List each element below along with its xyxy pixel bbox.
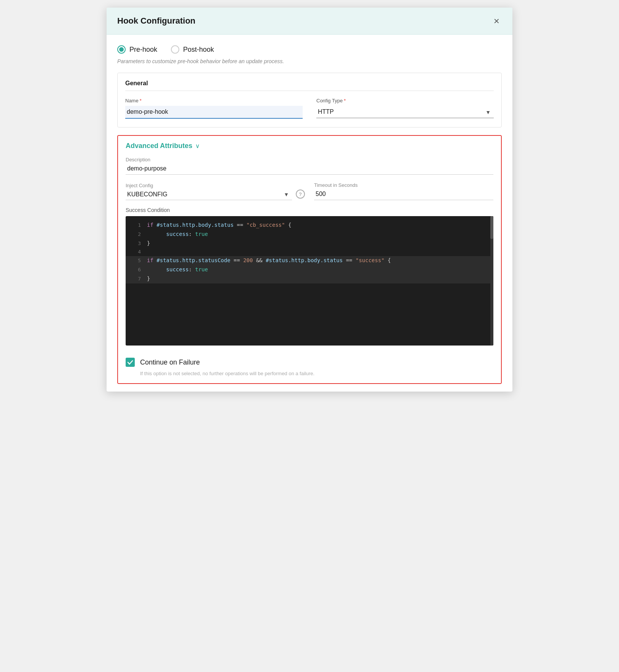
line-num-5: 5 — [130, 256, 141, 265]
hook-configuration-modal: Hook Configuration × Pre-hook Post-hook … — [107, 8, 512, 392]
timeout-label: Timeout in Seconds — [314, 182, 357, 188]
hook-description: Parameters to customize pre-hook behavio… — [117, 58, 502, 64]
line-num-4: 4 — [130, 248, 141, 256]
scrollbar-track — [490, 216, 493, 346]
help-icon[interactable]: ? — [296, 189, 305, 199]
code-line-3: 3 } — [126, 239, 493, 248]
description-field-group: Description — [126, 156, 493, 175]
post-hook-radio[interactable] — [171, 45, 179, 54]
modal-header: Hook Configuration × — [107, 8, 512, 35]
continue-failure-checkbox[interactable] — [126, 358, 135, 367]
line-num-3: 3 — [130, 239, 141, 248]
line-num-1: 1 — [130, 221, 141, 229]
code-line-4: 4 — [126, 248, 493, 256]
pre-hook-label: Pre-hook — [129, 46, 157, 54]
name-field-group: Name* — [125, 98, 303, 119]
description-input[interactable] — [126, 163, 493, 175]
inject-config-select[interactable]: KUBECONFIG None — [126, 189, 292, 200]
name-label: Name* — [125, 98, 303, 104]
line-content-1: if #status.http.body.status == "cb_succe… — [147, 221, 489, 230]
modal-body: Pre-hook Post-hook Parameters to customi… — [107, 35, 512, 384]
line-content-5: if #status.http.statusCode == 200 && #st… — [147, 256, 489, 265]
close-button[interactable]: × — [491, 15, 502, 27]
config-type-select[interactable]: HTTP Script — [316, 106, 494, 118]
code-line-2: 2 success: true — [126, 230, 493, 239]
timeout-input[interactable] — [314, 188, 493, 200]
name-required: * — [140, 98, 142, 104]
continue-failure-row: Continue on Failure — [118, 352, 501, 371]
code-line-6: 6 success: true — [126, 265, 493, 274]
success-condition-group: Success Condition 1 if #status.http.body… — [126, 207, 493, 346]
code-line-1: 1 if #status.http.body.status == "cb_suc… — [126, 221, 493, 230]
config-type-select-wrapper: HTTP Script ▼ — [316, 106, 494, 118]
advanced-section: Advanced Attributes ∨ Description Inject… — [117, 135, 502, 384]
post-hook-option[interactable]: Post-hook — [171, 45, 214, 54]
checkmark-icon — [127, 359, 133, 365]
line-content-7: } — [147, 274, 489, 283]
continue-failure-label: Continue on Failure — [140, 358, 200, 366]
line-num-2: 2 — [130, 230, 141, 239]
config-type-required: * — [344, 98, 346, 104]
name-input[interactable] — [125, 106, 303, 119]
hook-type-row: Pre-hook Post-hook — [117, 45, 502, 54]
pre-hook-radio[interactable] — [117, 45, 126, 54]
inject-select-wrapper: KUBECONFIG None ▼ — [126, 189, 292, 200]
scrollbar-thumb[interactable] — [490, 216, 493, 239]
advanced-header[interactable]: Advanced Attributes ∨ — [118, 136, 501, 156]
inject-config-label: Inject Config — [126, 183, 153, 188]
continue-failure-desc: If this option is not selected, no furth… — [118, 371, 501, 383]
post-hook-label: Post-hook — [183, 46, 214, 54]
line-content-3: } — [147, 239, 489, 248]
general-section-title: General — [125, 80, 494, 91]
config-type-label: Config Type* — [316, 98, 494, 104]
line-content-2: success: true — [147, 230, 489, 239]
code-line-5: 5 if #status.http.statusCode == 200 && #… — [126, 256, 493, 265]
description-label: Description — [126, 157, 150, 162]
inject-timeout-row: Inject Config KUBECONFIG None ▼ ? — [126, 182, 493, 200]
modal-title: Hook Configuration — [117, 16, 195, 26]
line-num-7: 7 — [130, 275, 141, 283]
general-fields-row: Name* Config Type* HTTP Script ▼ — [125, 98, 494, 119]
success-condition-label: Success Condition — [126, 207, 493, 213]
code-editor[interactable]: 1 if #status.http.body.status == "cb_suc… — [126, 216, 493, 346]
line-content-6: success: true — [147, 265, 489, 274]
general-section: General Name* Config Type* HTTP Scr — [117, 73, 502, 127]
inject-row: KUBECONFIG None ▼ ? — [126, 189, 305, 200]
inject-config-group: Inject Config KUBECONFIG None ▼ ? — [126, 182, 305, 200]
timeout-group: Timeout in Seconds — [314, 182, 493, 200]
config-type-field-group: Config Type* HTTP Script ▼ — [316, 98, 494, 119]
chevron-down-icon: ∨ — [195, 142, 200, 150]
pre-hook-option[interactable]: Pre-hook — [117, 45, 157, 54]
advanced-title: Advanced Attributes — [126, 142, 192, 150]
line-num-6: 6 — [130, 266, 141, 274]
advanced-body: Description Inject Config KUBECONFIG Non… — [118, 156, 501, 352]
code-line-7: 7 } — [126, 274, 493, 283]
